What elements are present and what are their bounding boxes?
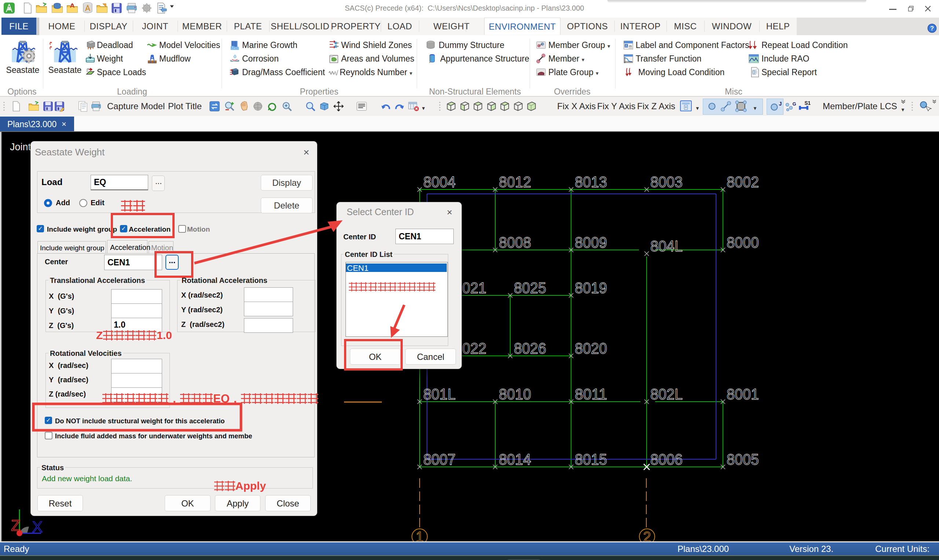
svg-text:8009: 8009: [575, 234, 607, 251]
svg-text:8013: 8013: [575, 173, 607, 191]
svg-text:8026: 8026: [514, 340, 546, 357]
svg-text:802L: 802L: [650, 386, 683, 403]
svg-text:804L: 804L: [650, 237, 683, 255]
svg-text:?: ?: [930, 25, 934, 32]
svg-text:8000: 8000: [727, 234, 759, 251]
svg-text:8015: 8015: [575, 451, 607, 468]
svg-text:m: m: [629, 45, 632, 48]
svg-text:8005: 8005: [727, 451, 759, 468]
svg-text:2: 2: [643, 529, 651, 542]
svg-text:8004: 8004: [423, 173, 456, 191]
svg-text:8014: 8014: [499, 451, 531, 468]
svg-text:8010: 8010: [499, 386, 531, 403]
svg-text:G: G: [792, 101, 796, 107]
svg-text:8003: 8003: [650, 173, 683, 191]
svg-text:Z: Z: [11, 517, 20, 534]
svg-text:8002: 8002: [727, 173, 759, 191]
svg-text:1: 1: [416, 529, 423, 542]
svg-text:8012: 8012: [499, 173, 531, 191]
svg-text:X: X: [32, 518, 43, 535]
svg-text:J: J: [779, 101, 782, 107]
svg-text:A: A: [625, 44, 628, 48]
svg-text:8008: 8008: [499, 234, 531, 251]
svg-text:8019: 8019: [575, 279, 607, 297]
svg-text:8020: 8020: [575, 340, 607, 357]
svg-text:8006: 8006: [650, 451, 683, 468]
svg-text:8001: 8001: [727, 386, 759, 403]
svg-text:S1: S1: [804, 100, 811, 106]
svg-text:8025: 8025: [514, 279, 546, 297]
svg-text:8011: 8011: [575, 386, 607, 403]
svg-text:801L: 801L: [423, 386, 456, 403]
svg-text:8007: 8007: [423, 451, 456, 468]
